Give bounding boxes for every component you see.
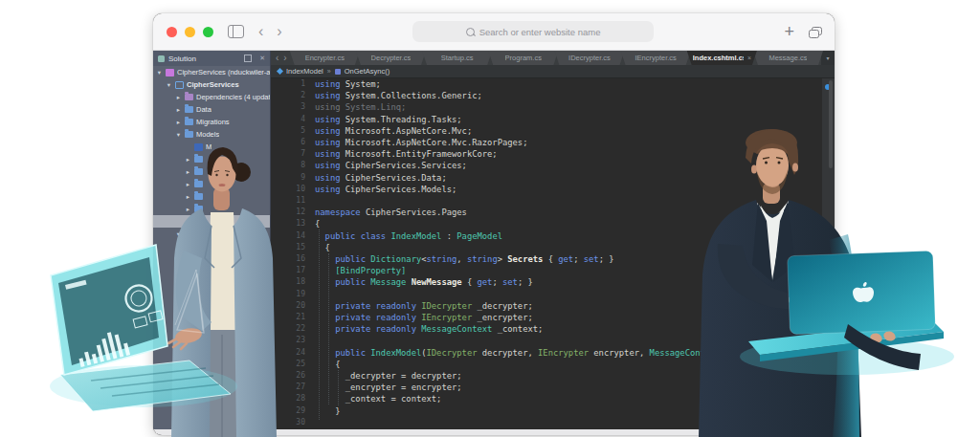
tree-right-arrow-icon[interactable]: ▸ [185, 168, 191, 176]
code-line: 5using Microsoft.AspNetCore.Mvc; [271, 125, 835, 137]
panel-mode-icon[interactable] [244, 55, 252, 62]
tab-message.cs[interactable]: Message.cs [753, 51, 823, 65]
tab-decrypter.cs[interactable]: Decrypter.cs [356, 51, 426, 65]
line-number: 25 [271, 359, 315, 370]
new-tab-button[interactable]: + [784, 22, 794, 42]
browser-toolbar: ‹ › Search or enter website name + [153, 13, 835, 51]
back-button[interactable]: ‹ [258, 23, 263, 40]
code-line: 22 private readonly MessageContext _cont… [271, 323, 835, 335]
code-line: 12namespace CipherServices.Pages [271, 207, 835, 218]
indent-guide [319, 229, 320, 420]
code-line-text: using System.Linq; [315, 101, 406, 113]
tree-item-m[interactable]: M [153, 141, 270, 153]
indent-guide [328, 253, 329, 404]
code-line-text: { [315, 242, 330, 253]
code-line-text: public class IndexModel : PageModel [315, 230, 502, 242]
tree-item-data[interactable]: ▸Data [153, 103, 270, 116]
code-line: 25 { [271, 359, 835, 370]
tabs-back-icon[interactable]: ‹ [276, 53, 278, 63]
tree-down-arrow-icon[interactable]: ▾ [175, 230, 182, 238]
line-number: 10 [271, 184, 315, 195]
tree-item-label: CipherServices (nduckwiler-add) [177, 68, 270, 76]
line-number: 14 [271, 230, 315, 242]
tab-idecrypter.cs[interactable]: IDecrypter.cs [554, 51, 624, 65]
scrollbar-thumb[interactable] [829, 80, 833, 168]
tree-item[interactable]: ▸ [153, 190, 270, 203]
tab-encrypter.cs[interactable]: Encrypter.cs [290, 51, 360, 65]
tree-item-cipherservices[interactable]: ▾CipherServices [153, 78, 270, 91]
zoom-window-button[interactable] [203, 27, 213, 37]
minimize-window-button[interactable] [185, 27, 195, 37]
tree-right-arrow-icon[interactable]: ▸ [175, 119, 182, 126]
breadcrumb-class[interactable]: IndexModel [286, 67, 323, 76]
address-search-field[interactable]: Search or enter website name [412, 21, 654, 42]
code-line-text: using CipherServices.Services; [315, 160, 467, 171]
forward-button[interactable]: › [277, 23, 281, 40]
code-line: 11 [271, 195, 835, 207]
tab-index.cshtml.cs[interactable]: Index.cshtml.cs× [687, 51, 757, 65]
tab-overflow-icon[interactable]: ▾ [821, 51, 835, 65]
close-window-button[interactable] [167, 27, 177, 37]
search-icon [466, 28, 475, 36]
sidebar-toggle-icon[interactable] [228, 25, 244, 38]
tab-label: Index.cshtml.cs [693, 54, 744, 62]
tab-overview-icon[interactable] [809, 27, 821, 37]
line-number: 21 [271, 312, 315, 323]
tab-close-icon[interactable]: × [747, 55, 751, 61]
tree-item-migrations[interactable]: ▸Migrations [153, 116, 270, 128]
breadcrumb-separator: » [327, 68, 331, 75]
tree-item-dependencies[interactable]: ▸Dependencies (4 updates) [153, 91, 270, 103]
tree-right-arrow-icon[interactable]: ▸ [185, 193, 191, 201]
code-area[interactable]: 1using System;2using System.Collections.… [271, 78, 835, 429]
indent-guide [338, 370, 339, 405]
tree-down-arrow-icon[interactable]: ▾ [185, 218, 191, 226]
editor-scrollbar[interactable] [822, 78, 835, 429]
tree-item-cipherservices[interactable]: ▾CipherServices (nduckwiler-add) [153, 66, 270, 78]
tree-right-arrow-icon[interactable]: ▸ [175, 94, 182, 101]
tab-label: Program.cs [505, 54, 542, 62]
search-placeholder-text: Search or enter website name [479, 27, 601, 37]
tree-item[interactable]: ▸ [153, 203, 270, 215]
breadcrumb-method[interactable]: OnGetAsync() [345, 67, 390, 76]
tree-down-arrow-icon[interactable]: ▾ [175, 131, 182, 139]
line-number: 13 [271, 218, 315, 229]
breadcrumb: IndexModel » OnGetAsync() [271, 65, 835, 78]
tree-item[interactable]: ▸ [153, 178, 270, 190]
tab-startup.cs[interactable]: Startup.cs [422, 51, 492, 65]
code-line: 29 } [271, 405, 835, 417]
line-number: 4 [271, 114, 315, 125]
code-line-text: using System; [315, 78, 381, 90]
tree-down-arrow-icon[interactable]: ▾ [166, 81, 172, 89]
tree-down-arrow-icon[interactable]: ▾ [156, 69, 163, 76]
tree-right-arrow-icon[interactable]: ▸ [185, 206, 191, 213]
line-number: 24 [271, 347, 315, 359]
tabs-forward-icon[interactable]: › [283, 53, 286, 63]
tab-label: Message.cs [768, 54, 807, 62]
classd-icon [194, 218, 203, 226]
tree-item[interactable]: ▾ [153, 228, 270, 240]
browser-window: ‹ › Search or enter website name + Solut… [153, 13, 835, 435]
tab-label: IDecrypter.cs [568, 54, 611, 62]
panel-close-icon[interactable]: ✕ [259, 55, 265, 62]
tree-right-arrow-icon[interactable]: ▸ [185, 181, 191, 188]
tab-iencrypter.cs[interactable]: IEncrypter.cs [621, 51, 691, 65]
line-number: 22 [271, 323, 315, 335]
class-icon [277, 68, 283, 75]
tree-item[interactable]: ▸ [153, 153, 270, 165]
line-number: 20 [271, 300, 315, 312]
code-line: 10using CipherServices.Models; [271, 184, 835, 195]
tree-right-arrow-icon[interactable]: ▸ [185, 156, 191, 164]
tree-item[interactable]: ▸ [153, 165, 270, 178]
code-line: 8using CipherServices.Services; [271, 160, 835, 171]
tree-item-models[interactable]: ▾Models [153, 128, 270, 141]
window-bottom-bar [153, 429, 835, 435]
code-line-text: using Microsoft.AspNetCore.Mvc; [315, 125, 472, 137]
tab-program.cs[interactable]: Program.cs [488, 51, 558, 65]
tree-item-label: Dependencies (4 updates) [196, 93, 270, 101]
tree-right-arrow-icon[interactable]: ▸ [175, 106, 182, 114]
line-number: 16 [271, 253, 315, 265]
code-line-text: _context = context; [315, 393, 441, 404]
code-line: 28 _context = context; [271, 393, 835, 404]
tree-item[interactable]: ▾ [153, 215, 270, 228]
folder-icon [185, 119, 193, 125]
